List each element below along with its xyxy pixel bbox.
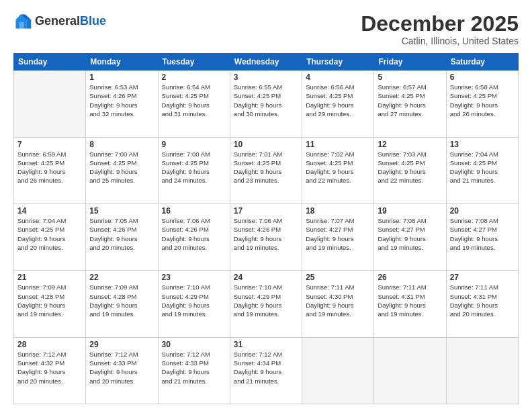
day-number: 17 [234,206,298,216]
day-number: 9 [162,140,226,149]
calendar-cell: 13Sunrise: 7:04 AM Sunset: 4:25 PM Dayli… [446,137,518,203]
day-info: Sunrise: 6:58 AM Sunset: 4:25 PM Dayligh… [450,83,515,118]
day-number: 14 [17,206,82,216]
day-info: Sunrise: 7:05 AM Sunset: 4:26 PM Dayligh… [89,216,154,252]
calendar: SundayMondayTuesdayWednesdayThursdayFrid… [13,53,519,404]
day-info: Sunrise: 7:04 AM Sunset: 4:25 PM Dayligh… [450,150,515,185]
day-number: 25 [306,273,370,282]
calendar-cell: 11Sunrise: 7:02 AM Sunset: 4:25 PM Dayli… [302,137,374,203]
day-info: Sunrise: 7:00 AM Sunset: 4:25 PM Dayligh… [162,150,226,185]
calendar-cell: 22Sunrise: 7:09 AM Sunset: 4:28 PM Dayli… [86,271,158,337]
calendar-cell: 24Sunrise: 7:10 AM Sunset: 4:29 PM Dayli… [230,271,302,337]
weekday-header: Sunday [14,54,86,71]
title-area: December 2025 Catlin, Illinois, United S… [361,12,519,46]
day-info: Sunrise: 7:09 AM Sunset: 4:28 PM Dayligh… [17,283,82,318]
day-number: 12 [378,140,442,149]
day-number: 21 [17,273,82,282]
day-info: Sunrise: 7:12 AM Sunset: 4:33 PM Dayligh… [162,350,226,385]
day-info: Sunrise: 7:06 AM Sunset: 4:26 PM Dayligh… [162,216,226,252]
day-number: 22 [89,273,154,282]
day-number: 1 [89,73,154,82]
day-info: Sunrise: 7:08 AM Sunset: 4:27 PM Dayligh… [378,216,442,252]
weekday-header: Saturday [446,54,518,71]
day-info: Sunrise: 7:11 AM Sunset: 4:31 PM Dayligh… [378,283,442,318]
day-number: 18 [306,206,370,216]
weekday-header: Monday [86,54,158,71]
calendar-cell: 28Sunrise: 7:12 AM Sunset: 4:32 PM Dayli… [14,337,86,404]
day-number: 26 [378,273,442,282]
calendar-cell: 17Sunrise: 7:06 AM Sunset: 4:26 PM Dayli… [230,203,302,270]
day-info: Sunrise: 7:01 AM Sunset: 4:25 PM Dayligh… [234,150,298,185]
day-info: Sunrise: 7:10 AM Sunset: 4:29 PM Dayligh… [234,283,298,318]
day-info: Sunrise: 7:12 AM Sunset: 4:34 PM Dayligh… [234,350,298,385]
svg-marker-2 [26,19,31,28]
calendar-cell: 25Sunrise: 7:11 AM Sunset: 4:30 PM Dayli… [302,271,374,337]
calendar-cell: 21Sunrise: 7:09 AM Sunset: 4:28 PM Dayli… [14,271,86,337]
weekday-row: SundayMondayTuesdayWednesdayThursdayFrid… [14,54,519,71]
day-info: Sunrise: 7:08 AM Sunset: 4:27 PM Dayligh… [450,216,515,252]
day-number: 10 [234,140,298,149]
location: Catlin, Illinois, United States [361,36,519,46]
weekday-header: Tuesday [158,54,230,71]
calendar-cell: 19Sunrise: 7:08 AM Sunset: 4:27 PM Dayli… [374,203,446,270]
calendar-cell: 16Sunrise: 7:06 AM Sunset: 4:26 PM Dayli… [158,203,230,270]
calendar-cell [374,337,446,404]
header: GeneralBlue December 2025 Catlin, Illino… [13,12,519,46]
day-number: 4 [306,73,370,82]
day-number: 28 [17,340,82,349]
calendar-cell: 1Sunrise: 6:53 AM Sunset: 4:26 PM Daylig… [86,71,158,137]
calendar-cell [446,337,518,404]
day-info: Sunrise: 7:10 AM Sunset: 4:29 PM Dayligh… [162,283,226,318]
calendar-cell: 10Sunrise: 7:01 AM Sunset: 4:25 PM Dayli… [230,137,302,203]
calendar-header: SundayMondayTuesdayWednesdayThursdayFrid… [14,54,519,71]
calendar-cell: 7Sunrise: 6:59 AM Sunset: 4:25 PM Daylig… [14,137,86,203]
calendar-cell: 6Sunrise: 6:58 AM Sunset: 4:25 PM Daylig… [446,71,518,137]
calendar-cell: 27Sunrise: 7:11 AM Sunset: 4:31 PM Dayli… [446,271,518,337]
calendar-cell: 5Sunrise: 6:57 AM Sunset: 4:25 PM Daylig… [374,71,446,137]
day-info: Sunrise: 6:56 AM Sunset: 4:25 PM Dayligh… [306,83,370,118]
calendar-cell: 3Sunrise: 6:55 AM Sunset: 4:25 PM Daylig… [230,71,302,137]
calendar-cell: 30Sunrise: 7:12 AM Sunset: 4:33 PM Dayli… [158,337,230,404]
day-number: 2 [162,73,226,82]
day-number: 20 [450,206,515,216]
calendar-cell: 8Sunrise: 7:00 AM Sunset: 4:25 PM Daylig… [86,137,158,203]
calendar-cell: 15Sunrise: 7:05 AM Sunset: 4:26 PM Dayli… [86,203,158,270]
day-info: Sunrise: 7:11 AM Sunset: 4:30 PM Dayligh… [306,283,370,318]
day-number: 11 [306,140,370,149]
calendar-cell: 31Sunrise: 7:12 AM Sunset: 4:34 PM Dayli… [230,337,302,404]
calendar-week-row: 21Sunrise: 7:09 AM Sunset: 4:28 PM Dayli… [14,271,519,337]
weekday-header: Friday [374,54,446,71]
calendar-week-row: 1Sunrise: 6:53 AM Sunset: 4:26 PM Daylig… [14,71,519,137]
logo-general: General [35,14,80,28]
day-number: 16 [162,206,226,216]
day-number: 29 [89,340,154,349]
calendar-week-row: 7Sunrise: 6:59 AM Sunset: 4:25 PM Daylig… [14,137,519,203]
day-number: 15 [89,206,154,216]
day-info: Sunrise: 7:12 AM Sunset: 4:32 PM Dayligh… [17,350,82,385]
day-info: Sunrise: 7:09 AM Sunset: 4:28 PM Dayligh… [89,283,154,318]
day-info: Sunrise: 7:03 AM Sunset: 4:25 PM Dayligh… [378,150,442,185]
month-title: December 2025 [361,12,519,36]
day-info: Sunrise: 7:12 AM Sunset: 4:33 PM Dayligh… [89,350,154,385]
calendar-week-row: 14Sunrise: 7:04 AM Sunset: 4:25 PM Dayli… [14,203,519,270]
calendar-cell [302,337,374,404]
weekday-header: Thursday [302,54,374,71]
calendar-cell: 18Sunrise: 7:07 AM Sunset: 4:27 PM Dayli… [302,203,374,270]
logo-blue: Blue [80,14,106,28]
calendar-cell: 26Sunrise: 7:11 AM Sunset: 4:31 PM Dayli… [374,271,446,337]
calendar-cell: 9Sunrise: 7:00 AM Sunset: 4:25 PM Daylig… [158,137,230,203]
day-number: 24 [234,273,298,282]
svg-rect-4 [19,22,24,29]
logo-icon [13,12,32,31]
calendar-cell: 20Sunrise: 7:08 AM Sunset: 4:27 PM Dayli… [446,203,518,270]
day-number: 27 [450,273,515,282]
day-info: Sunrise: 6:53 AM Sunset: 4:26 PM Dayligh… [89,83,154,118]
day-number: 7 [17,140,82,149]
calendar-body: 1Sunrise: 6:53 AM Sunset: 4:26 PM Daylig… [14,71,519,404]
calendar-cell: 23Sunrise: 7:10 AM Sunset: 4:29 PM Dayli… [158,271,230,337]
day-number: 31 [234,340,298,349]
day-number: 3 [234,73,298,82]
day-info: Sunrise: 6:57 AM Sunset: 4:25 PM Dayligh… [378,83,442,118]
day-info: Sunrise: 7:02 AM Sunset: 4:25 PM Dayligh… [306,150,370,185]
day-info: Sunrise: 6:54 AM Sunset: 4:25 PM Dayligh… [162,83,226,118]
